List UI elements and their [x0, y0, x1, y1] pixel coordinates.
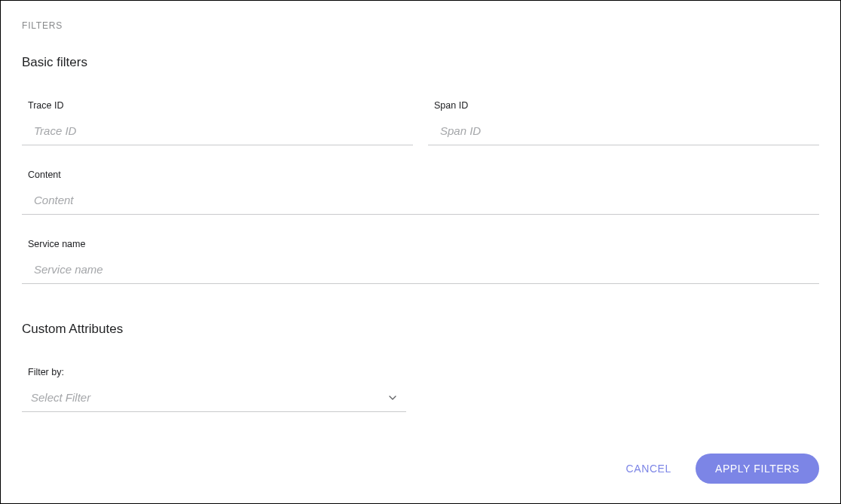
field-content: Content	[22, 170, 819, 215]
row-content: Content	[22, 170, 819, 215]
apply-filters-button[interactable]: APPLY FILTERS	[696, 454, 819, 484]
filter-by-select[interactable]: Select Filter	[22, 385, 406, 412]
panel-eyebrow: FILTERS	[22, 20, 819, 31]
span-id-input[interactable]	[428, 118, 819, 145]
content-input[interactable]	[22, 188, 819, 215]
trace-id-label: Trace ID	[28, 100, 413, 111]
trace-id-input[interactable]	[22, 118, 413, 145]
basic-filters-heading: Basic filters	[22, 55, 819, 70]
filters-panel: FILTERS Basic filters Trace ID Span ID C…	[1, 1, 840, 503]
field-service-name: Service name	[22, 239, 819, 284]
row-trace-span: Trace ID Span ID	[22, 100, 819, 145]
service-name-input[interactable]	[22, 257, 819, 284]
field-span-id: Span ID	[428, 100, 819, 145]
row-service-name: Service name	[22, 239, 819, 284]
chevron-down-icon	[388, 393, 397, 402]
service-name-label: Service name	[28, 239, 819, 249]
actions-bar: CANCEL APPLY FILTERS	[623, 454, 819, 484]
filter-by-placeholder: Select Filter	[31, 391, 90, 404]
cancel-button[interactable]: CANCEL	[623, 457, 674, 481]
filter-by-label: Filter by:	[28, 367, 406, 377]
span-id-label: Span ID	[434, 100, 819, 111]
field-filter-by: Filter by: Select Filter	[22, 367, 406, 412]
content-label: Content	[28, 170, 819, 180]
custom-attributes-heading: Custom Attributes	[22, 322, 819, 337]
row-filter-by: Filter by: Select Filter	[22, 367, 819, 412]
field-trace-id: Trace ID	[22, 100, 413, 145]
